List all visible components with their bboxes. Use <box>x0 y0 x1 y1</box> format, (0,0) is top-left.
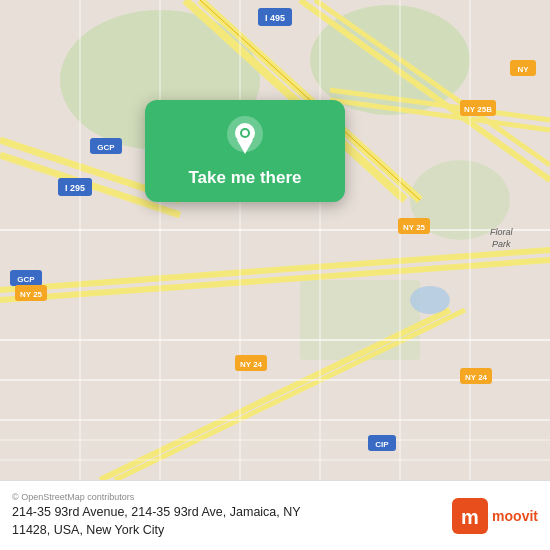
svg-text:I 495: I 495 <box>265 13 285 23</box>
map-svg: I 495 I 295 GCP GCP NY 25 NY 25 NY 25B N… <box>0 0 550 480</box>
pin-icon <box>223 116 267 160</box>
svg-text:I 295: I 295 <box>65 183 85 193</box>
svg-rect-4 <box>300 280 420 360</box>
address-line1: 214-35 93rd Avenue, 214-35 93rd Ave, Jam… <box>12 505 301 519</box>
moovit-icon: m <box>452 498 488 534</box>
svg-text:NY 25B: NY 25B <box>464 105 492 114</box>
svg-text:NY 24: NY 24 <box>240 360 263 369</box>
bottom-bar: © OpenStreetMap contributors 214-35 93rd… <box>0 480 550 550</box>
svg-text:NY: NY <box>517 65 529 74</box>
svg-point-54 <box>410 286 450 314</box>
location-card[interactable]: Take me there <box>145 100 345 202</box>
map-container: I 495 I 295 GCP GCP NY 25 NY 25 NY 25B N… <box>0 0 550 480</box>
svg-text:CIP: CIP <box>375 440 389 449</box>
svg-text:m: m <box>461 506 479 528</box>
svg-text:NY 25: NY 25 <box>20 290 43 299</box>
svg-text:NY 24: NY 24 <box>465 373 488 382</box>
osm-credit: © OpenStreetMap contributors <box>12 492 301 502</box>
svg-point-59 <box>242 130 248 136</box>
svg-text:NY 25: NY 25 <box>403 223 426 232</box>
take-me-there-button[interactable]: Take me there <box>188 168 301 188</box>
address-line2: 11428, USA, New York City <box>12 523 164 537</box>
svg-text:GCP: GCP <box>17 275 35 284</box>
svg-text:GCP: GCP <box>97 143 115 152</box>
moovit-text: moovit <box>492 508 538 524</box>
svg-text:Floral: Floral <box>490 227 514 237</box>
address-block: © OpenStreetMap contributors 214-35 93rd… <box>12 492 301 539</box>
svg-text:Park: Park <box>492 239 511 249</box>
moovit-logo: m moovit <box>452 498 538 534</box>
address-text: 214-35 93rd Avenue, 214-35 93rd Ave, Jam… <box>12 504 301 539</box>
